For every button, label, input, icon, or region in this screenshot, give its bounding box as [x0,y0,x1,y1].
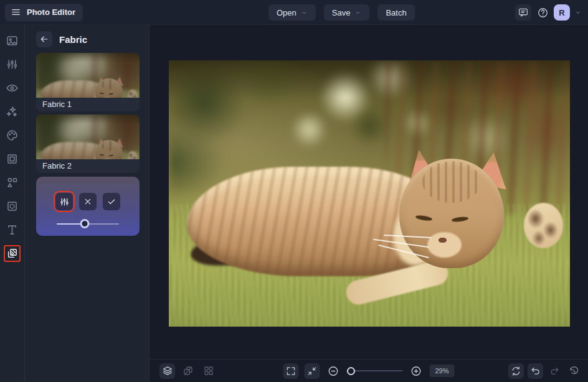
overlay-cancel-button[interactable] [79,193,97,210]
zoom-controls: 29% [283,363,455,379]
zoom-level-field[interactable]: 29% [430,365,455,377]
reset-button[interactable] [508,363,524,379]
palette-icon [6,129,19,142]
fabric-2-label: Fabric 2 [36,159,140,173]
save-button-label: Save [332,8,351,17]
fabric-1-label: Fabric 1 [36,98,140,111]
tool-rail [0,25,25,382]
fit-screen-button[interactable] [283,363,299,379]
statusbar-left [159,363,216,379]
workspace: 29% [149,25,588,382]
text-icon [6,223,19,236]
overlay-edit-box [36,177,140,236]
shrink-icon [307,366,318,376]
eye-icon [6,82,19,95]
tool-image[interactable] [4,32,21,49]
save-button[interactable]: Save [324,4,370,21]
zoom-slider-knob[interactable] [347,367,355,375]
photo-vignette [36,114,140,159]
main-area: Fabric Fabric 1 Fabric 2 [0,25,588,382]
chevron-down-icon [574,9,582,16]
thumbnail-image [36,53,140,98]
chevron-down-icon [354,9,361,16]
thumbnail-image [36,114,140,159]
tool-palette[interactable] [4,127,21,144]
border-icon [6,200,19,213]
avatar-initial: R [559,8,564,17]
refresh-icon [511,366,521,376]
feedback-button[interactable] [515,4,531,21]
arrow-left-icon [39,34,49,44]
undo-icon [530,366,541,376]
redo-icon [549,366,560,376]
compare-button[interactable] [180,363,196,379]
sparkles-icon [6,105,19,118]
avatar[interactable]: R [554,4,570,21]
compare-icon [183,365,194,376]
fabric-2-card[interactable]: Fabric 2 [36,114,140,173]
tool-adjust[interactable] [4,56,21,73]
panel-header: Fabric [36,31,149,47]
history-icon [569,366,579,376]
history-controls [508,363,582,379]
canvas-image[interactable] [169,60,570,327]
topbar: Photo Editor Open Save Batch [0,0,588,25]
fill-screen-button[interactable] [305,363,320,379]
zoom-in-button[interactable] [409,363,424,379]
close-icon [83,197,93,207]
fabric-panel: Fabric Fabric 1 Fabric 2 [25,25,149,382]
tool-retouch[interactable] [4,80,21,96]
batch-button[interactable]: Batch [377,4,414,21]
image-icon [6,34,19,47]
zoom-slider[interactable] [347,366,403,375]
help-icon [537,7,549,19]
topbar-right: R [515,4,583,21]
help-button[interactable] [534,4,551,21]
fabric-1-card[interactable]: Fabric 1 [36,53,140,111]
grid-icon [203,365,214,376]
layers-button[interactable] [159,363,175,379]
tool-effects[interactable] [4,103,21,120]
fabric-strength-knob[interactable] [80,219,90,228]
tool-text[interactable] [4,221,21,238]
app-menu[interactable]: Photo Editor [5,4,83,21]
tool-overlays[interactable] [4,245,21,262]
minus-circle-icon [328,365,339,377]
chevron-down-icon [301,9,308,16]
batch-button-label: Batch [386,8,406,17]
tool-frame[interactable] [4,151,21,167]
frame-icon [6,152,19,165]
redo-button[interactable] [547,363,562,379]
fabric-1-thumbnail [36,53,140,98]
account-menu-button[interactable] [573,4,583,21]
open-button[interactable]: Open [268,4,316,21]
check-icon [107,197,116,207]
tool-border[interactable] [4,198,21,215]
panel-title: Fabric [59,34,87,45]
message-icon [518,7,529,18]
photo-vignette [169,60,570,327]
sliders-icon [6,58,19,71]
fabric-2-thumbnail [36,114,140,159]
overlay-strength-slider[interactable] [57,219,119,228]
overlay-apply-button[interactable] [103,193,120,210]
menu-icon [11,7,21,17]
app-title: Photo Editor [27,7,75,17]
layers-icon [162,365,173,376]
overlay-edit-buttons [36,177,140,210]
topbar-actions: Open Save Batch [268,4,415,21]
plus-circle-icon [410,365,422,377]
grid-view-button[interactable] [201,363,216,379]
undo-button[interactable] [528,363,543,379]
status-bar: 29% [149,359,588,382]
overlay-adjust-button[interactable] [55,193,73,210]
tool-elements[interactable] [4,174,21,191]
zoom-out-button[interactable] [326,363,341,379]
zoom-level-value: 29% [435,367,448,375]
fullscreen-icon [286,366,296,376]
open-button-label: Open [277,8,296,17]
photo-vignette [36,53,140,98]
shapes-icon [6,176,19,189]
history-button[interactable] [566,363,582,379]
back-button[interactable] [36,31,52,47]
